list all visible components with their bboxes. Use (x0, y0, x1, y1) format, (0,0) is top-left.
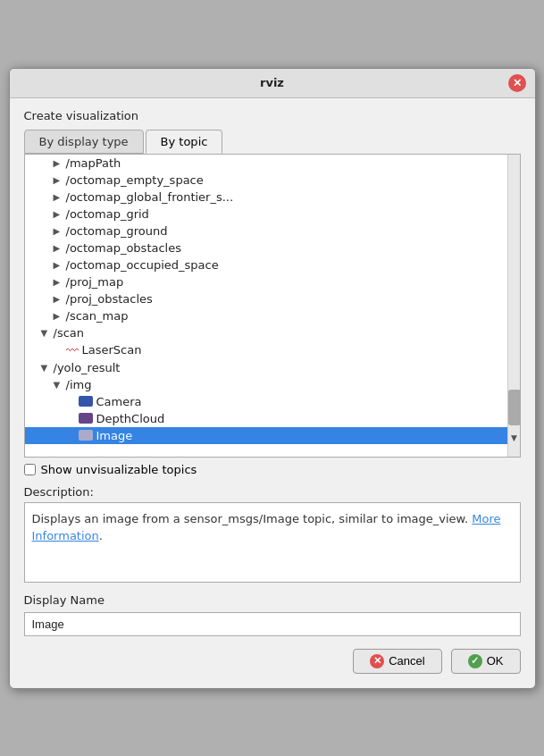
window-title: rviz (37, 76, 508, 89)
label-octomap-ground: /octomap_ground (66, 224, 168, 238)
label-laserscan: LaserScan (82, 343, 142, 357)
display-name-label: Display Name (24, 593, 521, 607)
tree-item-octomap-obstacles[interactable]: ▶ /octomap_obstacles (25, 239, 520, 256)
label-octomap-obstacles: /octomap_obstacles (66, 241, 182, 255)
label-octomap-occupied: /octomap_occupied_space (66, 258, 219, 272)
show-unvisualizable-label: Show unvisualizable topics (41, 463, 197, 476)
label-scan-map: /scan_map (66, 309, 129, 323)
tree-item-octomap-occupied[interactable]: ▶ /octomap_occupied_space (25, 256, 520, 273)
titlebar: rviz ✕ (10, 69, 535, 98)
arrow-octomap-global: ▶ (54, 192, 66, 202)
label-scan: /scan (54, 326, 85, 340)
tree-item-octomap-global[interactable]: ▶ /octomap_global_frontier_s... (25, 189, 520, 206)
label-camera: Camera (96, 395, 142, 408)
image-icon (79, 430, 93, 441)
cancel-label: Cancel (389, 654, 424, 668)
label-depthcloud: DepthCloud (96, 412, 165, 425)
arrow-mappath: ▶ (54, 158, 66, 168)
scrollbar-down-arrow[interactable]: ▼ (508, 432, 521, 444)
topic-tree[interactable]: ▶ /mapPath ▶ /octomap_empty_space ▶ /oct… (24, 154, 521, 458)
show-unvisualizable-row: Show unvisualizable topics (24, 463, 521, 476)
label-proj-obstacles: /proj_obstacles (66, 292, 153, 306)
scrollbar-thumb[interactable] (508, 390, 521, 425)
show-unvisualizable-checkbox[interactable] (24, 464, 36, 475)
tabs-container: By display type By topic (24, 130, 521, 154)
tree-item-depthcloud[interactable]: DepthCloud (25, 410, 520, 427)
arrow-proj-map: ▶ (54, 277, 66, 287)
arrow-octomap-ground: ▶ (54, 226, 66, 236)
arrow-octomap-empty: ▶ (54, 175, 66, 185)
close-button[interactable]: ✕ (508, 74, 526, 92)
display-name-input[interactable]: Image (24, 612, 521, 636)
tree-item-mappath[interactable]: ▶ /mapPath (25, 155, 520, 172)
arrow-octomap-obstacles: ▶ (54, 243, 66, 253)
label-octomap-grid: /octomap_grid (66, 207, 149, 221)
scrollbar-track[interactable]: ▼ (507, 155, 520, 457)
arrow-proj-obstacles: ▶ (54, 294, 66, 304)
label-octomap-global: /octomap_global_frontier_s... (66, 190, 234, 204)
cancel-icon: ✕ (370, 654, 384, 668)
tab-by-display-type[interactable]: By display type (24, 130, 144, 154)
arrow-octomap-occupied: ▶ (54, 260, 66, 270)
tree-item-img[interactable]: ▼ /img (25, 376, 520, 393)
arrow-octomap-grid: ▶ (54, 209, 66, 219)
depthcloud-icon (79, 413, 93, 424)
tree-item-scan[interactable]: ▼ /scan (25, 324, 520, 341)
tree-item-scan-map[interactable]: ▶ /scan_map (25, 307, 520, 324)
arrow-scan-map: ▶ (54, 311, 66, 321)
label-proj-map: /proj_map (66, 275, 124, 289)
arrow-img: ▼ (54, 380, 66, 390)
tree-item-octomap-empty[interactable]: ▶ /octomap_empty_space (25, 172, 520, 189)
tree-item-octomap-grid[interactable]: ▶ /octomap_grid (25, 206, 520, 223)
tree-item-proj-map[interactable]: ▶ /proj_map (25, 273, 520, 290)
cancel-button[interactable]: ✕ Cancel (353, 649, 441, 674)
label-octomap-empty: /octomap_empty_space (66, 173, 204, 187)
description-label: Description: (24, 485, 521, 499)
description-box: Displays an image from a sensor_msgs/Ima… (24, 502, 521, 583)
laserscan-icon: 〰 (66, 343, 79, 357)
arrow-yolo-result: ▼ (41, 363, 54, 373)
ok-label: OK (487, 654, 504, 668)
tab-by-topic[interactable]: By topic (146, 130, 223, 154)
tree-item-proj-obstacles[interactable]: ▶ /proj_obstacles (25, 290, 520, 307)
button-row: ✕ Cancel ✓ OK (24, 649, 521, 677)
ok-button[interactable]: ✓ OK (451, 649, 521, 674)
label-mappath: /mapPath (66, 156, 121, 170)
tree-item-octomap-ground[interactable]: ▶ /octomap_ground (25, 223, 520, 239)
ok-icon: ✓ (468, 654, 482, 668)
create-viz-label: Create visualization (24, 109, 521, 122)
tree-item-yolo-result[interactable]: ▼ /yolo_result (25, 359, 520, 376)
tree-item-image[interactable]: Image (25, 427, 520, 444)
camera-icon (79, 396, 93, 407)
description-text: Displays an image from a sensor_msgs/Ima… (32, 512, 469, 525)
label-yolo-result: /yolo_result (54, 361, 121, 374)
tree-item-camera[interactable]: Camera (25, 393, 520, 410)
label-img: /img (66, 378, 92, 391)
main-window: rviz ✕ Create visualization By display t… (9, 68, 536, 689)
tree-item-laserscan[interactable]: 〰 LaserScan (25, 341, 520, 359)
arrow-scan: ▼ (41, 328, 54, 338)
label-image: Image (96, 429, 133, 442)
